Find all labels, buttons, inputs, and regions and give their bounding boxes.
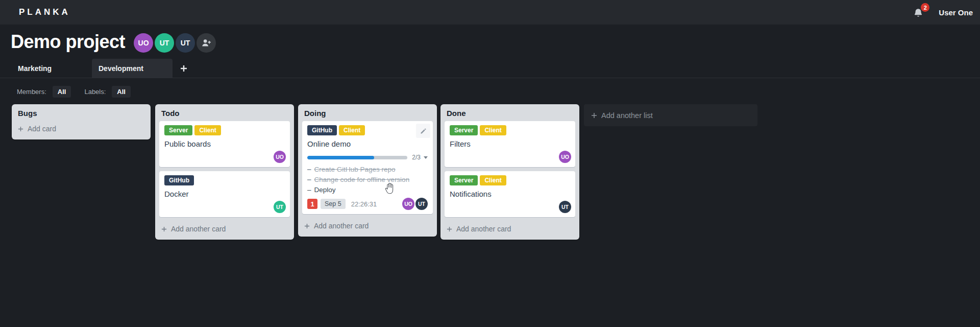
task-text: Change code for offline version: [314, 175, 410, 185]
labels-filter-label: Labels:: [84, 88, 106, 96]
user-menu[interactable]: User One: [939, 8, 973, 17]
list-title[interactable]: Done: [440, 104, 579, 121]
member-avatar: UO: [274, 151, 286, 163]
card-member: UO: [274, 151, 286, 163]
card-stack: Server Client Filters UO Server Client N…: [440, 121, 579, 217]
list-title[interactable]: Todo: [155, 104, 294, 121]
progress-bar-fill: [307, 156, 374, 159]
tab-development[interactable]: Development: [92, 59, 173, 78]
card-filters[interactable]: Server Client Filters UO: [445, 121, 575, 167]
card-meta-row: 1 Sep 5 22:26:31 UO UT: [307, 198, 428, 210]
filter-bar: Members: All Labels: All: [0, 85, 980, 98]
add-member-button[interactable]: [197, 33, 216, 53]
card-members: UO UT: [402, 198, 428, 210]
pencil-icon: [420, 127, 427, 135]
list-done: Done Server Client Filters UO Server Cli…: [440, 104, 579, 240]
board: Bugs Add card Todo Server Client Public …: [0, 104, 980, 327]
card-title: Docker: [164, 189, 285, 199]
members-filter-value[interactable]: All: [53, 86, 71, 98]
label-server: Server: [164, 125, 192, 135]
add-another-card-button[interactable]: Add another card: [155, 221, 294, 238]
notifications-button[interactable]: 2: [913, 6, 925, 18]
task-item[interactable]: – Change code for offline version: [307, 175, 428, 185]
add-card-label: Add another card: [314, 222, 369, 230]
notification-count-badge: 2: [921, 3, 929, 12]
planka-app: PLANKA 2 User One Demo project UO UT UT: [0, 0, 980, 327]
member-avatar[interactable]: UT: [176, 33, 195, 53]
list-bugs: Bugs Add card: [12, 104, 151, 139]
card-title: Online demo: [307, 139, 428, 149]
add-card-button[interactable]: Add card: [12, 121, 151, 137]
member-avatar[interactable]: UT: [155, 33, 174, 53]
task-bullet: –: [307, 175, 311, 185]
add-list-button[interactable]: Add another list: [584, 104, 757, 126]
timer-value[interactable]: 22:26:31: [351, 200, 377, 208]
add-another-card-button[interactable]: Add another card: [440, 221, 579, 238]
members-filter-label: Members:: [17, 88, 46, 96]
card-labels: GitHub: [164, 175, 285, 185]
card-title: Notifications: [450, 189, 570, 199]
label-github: GitHub: [164, 175, 194, 185]
task-list: – Create GitHub Pages repo – Change code…: [307, 165, 428, 195]
member-avatar: UT: [274, 201, 286, 213]
project-members: UO UT UT: [134, 33, 216, 53]
list-title[interactable]: Bugs: [12, 104, 151, 121]
member-avatar: UT: [415, 198, 428, 210]
label-server: Server: [450, 125, 478, 135]
project-header: Demo project UO UT UT: [0, 25, 980, 54]
card-labels: Server Client: [164, 125, 285, 135]
add-list-label: Add another list: [601, 111, 653, 120]
plus-icon: [180, 65, 187, 72]
label-client: Client: [194, 125, 220, 135]
tab-label: Development: [99, 64, 143, 73]
tab-marketing[interactable]: Marketing: [11, 59, 92, 78]
add-card-label: Add another card: [456, 225, 511, 233]
chevron-down-icon[interactable]: [424, 156, 428, 159]
card-member: UT: [274, 201, 286, 213]
add-board-button[interactable]: [173, 59, 195, 78]
label-server: Server: [450, 175, 478, 185]
card-stack: GitHub Client Online demo 2/3 –: [298, 121, 437, 214]
due-date-badge[interactable]: Sep 5: [321, 199, 346, 209]
card-docker[interactable]: GitHub Docker UT: [159, 171, 290, 217]
card-notifications[interactable]: Server Client Notifications UT: [445, 171, 575, 217]
list-doing: Doing GitHub Client Online demo: [298, 104, 437, 237]
member-avatar: UO: [559, 151, 571, 163]
planka-logo[interactable]: PLANKA: [19, 7, 70, 17]
task-item[interactable]: – Create GitHub Pages repo: [307, 165, 428, 175]
card-labels: Server Client: [450, 125, 570, 135]
task-text: Deploy: [314, 185, 336, 195]
person-plus-icon: [201, 37, 212, 49]
label-client: Client: [480, 125, 506, 135]
label-github: GitHub: [307, 125, 337, 135]
card-labels: GitHub Client: [307, 125, 428, 135]
plus-icon: [18, 126, 23, 132]
task-bullet: –: [307, 185, 311, 195]
card-labels: Server Client: [450, 175, 570, 185]
card-member: UT: [559, 201, 571, 213]
card-notification-badge: 1: [307, 199, 317, 209]
task-text: Create GitHub Pages repo: [314, 165, 396, 175]
label-client: Client: [480, 175, 506, 185]
tab-label: Marketing: [18, 64, 52, 73]
board-tabs: Marketing Development: [0, 59, 980, 78]
card-title: Filters: [450, 139, 570, 149]
labels-filter-value[interactable]: All: [112, 86, 131, 98]
add-another-card-button[interactable]: Add another card: [298, 218, 437, 235]
plus-icon: [304, 223, 310, 229]
card-stack: Server Client Public boards UO GitHub Do…: [155, 121, 294, 217]
label-client: Client: [339, 125, 365, 135]
card-edit-button[interactable]: [416, 124, 430, 138]
member-avatar[interactable]: UO: [134, 33, 153, 53]
list-todo: Todo Server Client Public boards UO GitH…: [155, 104, 294, 240]
top-bar-right: 2 User One: [913, 6, 973, 18]
card-online-demo[interactable]: GitHub Client Online demo 2/3 –: [302, 121, 433, 214]
add-card-label: Add another card: [171, 225, 226, 233]
task-item[interactable]: – Deploy: [307, 185, 428, 195]
progress-bar: [307, 156, 407, 159]
list-title[interactable]: Doing: [298, 104, 437, 121]
plus-icon: [447, 226, 452, 232]
add-card-label: Add card: [28, 125, 56, 133]
card-public-boards[interactable]: Server Client Public boards UO: [159, 121, 290, 167]
project-title[interactable]: Demo project: [11, 31, 125, 53]
